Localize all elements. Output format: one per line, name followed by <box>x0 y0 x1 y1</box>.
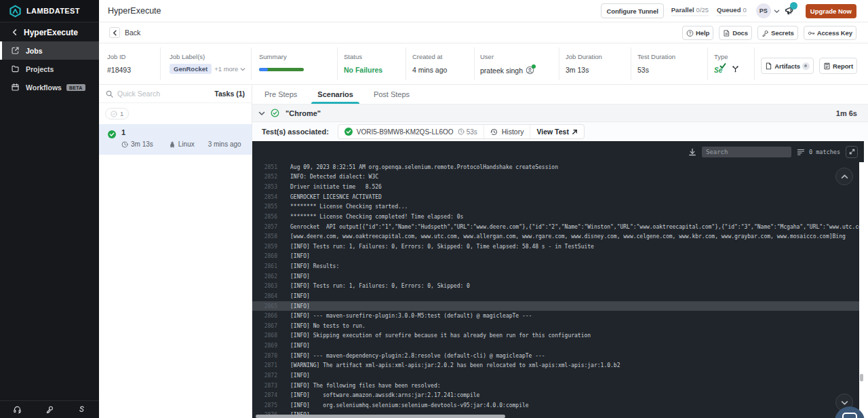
download-log-icon[interactable] <box>688 148 696 156</box>
task-list-item[interactable]: 1 3m 13s Linux 3 mins ago <box>99 124 252 155</box>
configure-tunnel-button[interactable]: Configure Tunnel <box>601 3 663 18</box>
clock-icon <box>458 128 465 135</box>
chevron-down-icon[interactable] <box>258 110 265 117</box>
status-icon[interactable] <box>77 405 86 414</box>
support-headset-icon[interactable] <box>13 405 22 414</box>
tab-post-steps[interactable]: Post Steps <box>363 85 420 104</box>
notification-dot <box>790 2 797 10</box>
sidebar-product-title: HyperExecute <box>24 28 78 37</box>
clock-icon <box>121 141 128 148</box>
task-name: 1 <box>121 128 252 136</box>
announcements-megaphone-icon[interactable] <box>784 5 796 17</box>
scroll-to-top-button[interactable] <box>835 168 853 185</box>
sidebar-section-header[interactable]: HyperExecute <box>0 23 99 41</box>
task-meta: 3m 13s Linux 3 mins ago <box>121 140 252 148</box>
queued-stat[interactable]: Queued 0 <box>717 6 747 16</box>
report-button[interactable]: Report <box>819 58 857 74</box>
job-action-buttons: Artifacts Report <box>761 58 857 74</box>
log-line: 2870[INFO] --- maven-dependency-plugin:2… <box>252 351 859 361</box>
back-button[interactable] <box>109 27 120 38</box>
job-duration-value: 3m 13s <box>566 66 602 74</box>
progress-running-segment <box>259 68 268 71</box>
log-line: 2872[INFO] <box>252 370 859 381</box>
access-key-button[interactable]: Access Key <box>804 26 856 40</box>
help-button[interactable]: Help <box>682 26 713 40</box>
status-label: Status <box>344 53 382 60</box>
brand-name: LAMBDATEST <box>26 7 80 15</box>
test-duration: 53s <box>467 128 477 136</box>
page-title: HyperExecute <box>108 6 161 16</box>
check-circle-icon <box>111 111 117 117</box>
summary-label: Summary <box>259 53 304 60</box>
parallel-stat[interactable]: Parallel 0/25 <box>671 6 709 16</box>
terminal-search-input[interactable] <box>702 147 791 157</box>
topbar-actions: Configure Tunnel Parallel 0/25 Queued 0 … <box>601 3 868 18</box>
job-labels-field: Job Label(s) GenRocket +1 more <box>170 53 245 74</box>
collapse-chevron-icon[interactable] <box>12 29 18 35</box>
log-line: 2871[WARNING] The artifact xml-apis:xml-… <box>252 361 859 371</box>
job-label-chip[interactable]: GenRocket <box>170 64 212 74</box>
sidebar: LAMBDATEST HyperExecute Jobs <box>0 0 99 418</box>
history-button[interactable]: History <box>484 125 530 138</box>
view-test-button[interactable]: View Test <box>530 125 583 138</box>
docs-button[interactable]: Docs <box>719 26 752 40</box>
actionbar-buttons: Help Docs Secrets Access Key <box>682 26 856 40</box>
queued-value: 0 <box>743 6 746 14</box>
log-line: 2855******** License Checking started... <box>252 202 859 212</box>
brand-logo[interactable]: LAMBDATEST <box>0 0 99 22</box>
terminal-hscroll-thumb[interactable] <box>256 415 505 418</box>
log-line: 2874[INFO] software.amazon.awssdk:arns:j… <box>252 390 859 400</box>
job-id-value: #18493 <box>107 66 131 74</box>
user-label: User <box>480 53 534 60</box>
quick-search-input[interactable]: Quick Search <box>117 90 160 98</box>
steps-tabs: Pre Steps Scenarios Post Steps <box>252 85 868 104</box>
test-id: VORI5-B9MW8-KM2QS-LL6OO <box>357 128 454 136</box>
task-filter-chip[interactable]: 1 <box>105 108 129 119</box>
scenario-success-icon <box>271 109 279 117</box>
tab-scenarios[interactable]: Scenarios <box>307 85 363 104</box>
user-emoji-icon <box>526 66 534 75</box>
job-duration-field: Job Duration 3m 13s <box>566 53 602 74</box>
upgrade-now-button[interactable]: Upgrade Now <box>806 4 856 18</box>
test-chip[interactable]: VORI5-B9MW8-KM2QS-LL6OO 53s <box>338 125 484 138</box>
avatar-chevron-down-icon[interactable] <box>774 8 780 14</box>
sidebar-nav: Jobs Projects Workflows BETA <box>0 41 99 96</box>
divider <box>707 48 708 80</box>
more-labels[interactable]: +1 more <box>214 65 238 73</box>
wrap-lines-icon[interactable] <box>797 148 805 156</box>
expand-terminal-button[interactable] <box>846 146 858 158</box>
sidebar-footer <box>0 400 99 418</box>
log-line: 2860[INFO] <box>252 252 859 262</box>
log-lines[interactable]: 2851Aug 09, 2023 8:32:51 AM org.openqa.s… <box>252 162 859 418</box>
user-value: prateek singh <box>480 66 523 75</box>
search-icon <box>106 90 113 98</box>
labels-chevron-down-icon[interactable] <box>240 66 245 72</box>
back-label[interactable]: Back <box>125 28 140 37</box>
scenario-group-row[interactable]: "Chrome" 1m 6s <box>252 104 868 122</box>
user-avatar[interactable]: PS <box>756 3 771 18</box>
sidebar-item-jobs[interactable]: Jobs <box>0 41 99 60</box>
summary-progress-bar <box>259 68 304 71</box>
test-success-check-icon <box>344 128 353 136</box>
log-line: 2862[INFO] <box>252 271 859 282</box>
terminal-vscroll-thumb[interactable] <box>860 374 863 381</box>
artifacts-button[interactable]: Artifacts <box>761 58 814 74</box>
divider <box>754 48 755 80</box>
log-line: 2854GENROCKET LICESNCE ACTIVATED <box>252 192 859 202</box>
sidebar-item-projects[interactable]: Projects <box>0 60 99 78</box>
artifacts-status-badge <box>802 62 810 70</box>
key-icon[interactable] <box>45 405 54 414</box>
sidebar-item-workflows[interactable]: Workflows BETA <box>0 78 99 96</box>
created-at-field: Created at 4 mins ago <box>412 53 447 74</box>
task-duration: 3m 13s <box>131 140 153 148</box>
task-filter-label: 1 <box>120 110 123 117</box>
secrets-button[interactable]: Secrets <box>757 26 798 40</box>
scenario-group-duration: 1m 6s <box>836 109 857 117</box>
fork-type-icon <box>732 65 739 73</box>
history-label: History <box>502 128 524 136</box>
tests-associated-label: Test(s) associated: <box>262 128 329 136</box>
created-at-value: 4 mins ago <box>412 66 447 74</box>
divider <box>160 48 161 80</box>
queued-label: Queued <box>717 6 741 14</box>
tab-pre-steps[interactable]: Pre Steps <box>254 85 307 104</box>
